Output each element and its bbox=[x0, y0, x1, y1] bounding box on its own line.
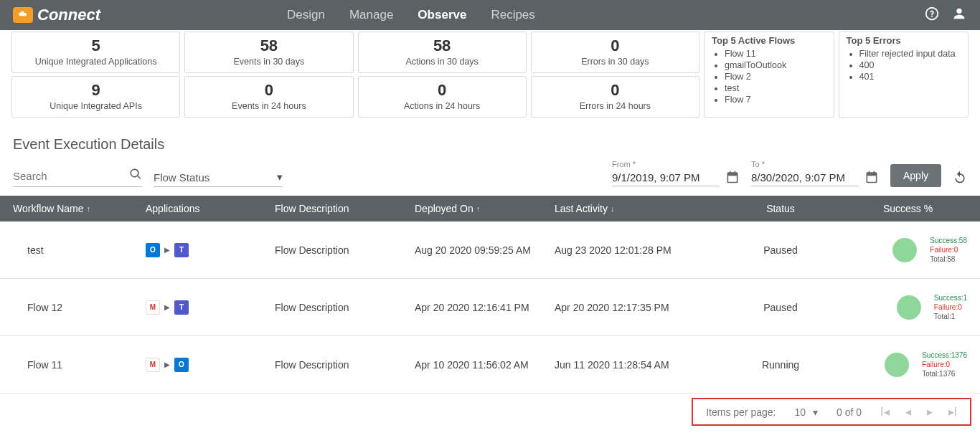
col-flow-description[interactable]: Flow Description bbox=[275, 203, 415, 214]
top5-error-item[interactable]: 401 bbox=[859, 72, 961, 82]
cell-status: Paused bbox=[712, 302, 849, 313]
calendar-icon[interactable] bbox=[864, 170, 879, 187]
gmail-icon: M bbox=[146, 300, 160, 315]
cell-applications: O▶T bbox=[146, 243, 275, 257]
search-icon[interactable] bbox=[129, 168, 142, 184]
flow-status-select[interactable]: Flow Status ▾ bbox=[154, 171, 283, 187]
help-icon[interactable] bbox=[924, 6, 940, 24]
stat-actions-30: 58Actions in 30 days bbox=[358, 32, 527, 73]
stat-errors-30: 0Errors in 30 days bbox=[531, 32, 699, 73]
top5-flow-item[interactable]: Flow 11 bbox=[725, 49, 826, 59]
stat-unique-apps: 5Unique Integrated Applications bbox=[11, 32, 180, 73]
outlook-icon: O bbox=[174, 358, 189, 372]
apply-button[interactable]: Apply bbox=[890, 164, 941, 187]
col-workflow-name[interactable]: Workflow Name↑ bbox=[13, 203, 146, 214]
cell-deployed-on: Apr 20 2020 12:16:41 PM bbox=[415, 302, 555, 313]
cell-success: Success:58Failure:0Total:58 bbox=[849, 236, 967, 264]
cell-deployed-on: Aug 20 2020 09:59:25 AM bbox=[415, 244, 555, 256]
table-row[interactable]: testO▶TFlow DescriptionAug 20 2020 09:59… bbox=[0, 221, 980, 279]
arrow-right-icon: ▶ bbox=[164, 246, 170, 254]
col-status[interactable]: Status bbox=[712, 203, 849, 214]
cell-workflow-name: test bbox=[13, 244, 146, 256]
page-next-icon[interactable]: ▸ bbox=[927, 405, 933, 419]
cell-workflow-name: Flow 12 bbox=[13, 302, 146, 313]
logo[interactable]: Connect bbox=[13, 6, 100, 24]
table-row[interactable]: Flow 12M▶TFlow DescriptionApr 20 2020 12… bbox=[0, 279, 980, 336]
nav-design[interactable]: Design bbox=[287, 8, 325, 22]
nav-manage[interactable]: Manage bbox=[349, 8, 393, 22]
teams-icon: T bbox=[174, 243, 189, 257]
stat-events-30: 58Events in 30 days bbox=[184, 32, 353, 73]
cell-success: Success:1Failure:0Total:1 bbox=[849, 293, 967, 321]
cell-flow-description: Flow Description bbox=[275, 302, 415, 313]
outlook-icon: O bbox=[146, 243, 160, 257]
items-per-page-select[interactable]: 10 ▾ bbox=[794, 406, 818, 418]
chevron-down-icon: ▾ bbox=[813, 406, 818, 418]
top5-flow-item[interactable]: gmailToOutlook bbox=[725, 60, 826, 70]
page-prev-icon[interactable]: ◂ bbox=[905, 405, 911, 419]
sort-desc-icon: ↓ bbox=[611, 204, 615, 213]
col-last-activity[interactable]: Last Activity↓ bbox=[555, 203, 712, 214]
from-label: From * bbox=[612, 160, 740, 168]
nav-recipes[interactable]: Recipes bbox=[491, 8, 534, 22]
nav-observe[interactable]: Observe bbox=[418, 8, 466, 22]
cell-success: Success:1376Failure:0Total:1376 bbox=[849, 351, 967, 378]
gmail-icon: M bbox=[146, 358, 160, 372]
top5-error-item[interactable]: Filter rejected input data bbox=[859, 49, 961, 59]
success-circle-icon bbox=[897, 295, 921, 320]
section-title: Event Execution Details bbox=[0, 118, 980, 160]
cell-deployed-on: Apr 10 2020 11:56:02 AM bbox=[415, 359, 555, 371]
cell-last-activity: Apr 20 2020 12:17:35 PM bbox=[555, 302, 712, 313]
search-input-wrap[interactable] bbox=[13, 168, 142, 187]
top5-error-item[interactable]: 400 bbox=[859, 60, 961, 70]
cell-flow-description: Flow Description bbox=[275, 244, 415, 256]
search-input[interactable] bbox=[13, 170, 129, 182]
success-circle-icon bbox=[885, 353, 909, 377]
cell-last-activity: Jun 11 2020 11:28:54 AM bbox=[555, 359, 712, 371]
from-date-input[interactable]: 9/1/2019, 9:07 PM bbox=[612, 171, 720, 186]
top5-errors: Top 5 Errors Filter rejected input data4… bbox=[839, 32, 969, 118]
arrow-right-icon: ▶ bbox=[164, 361, 170, 368]
table-row[interactable]: Flow 11M▶OFlow DescriptionApr 10 2020 11… bbox=[0, 336, 980, 394]
col-deployed-on[interactable]: Deployed On↑ bbox=[415, 203, 555, 214]
stat-errors-24: 0Errors in 24 hours bbox=[531, 76, 699, 118]
top5-flow-item[interactable]: test bbox=[725, 83, 826, 93]
success-stats: Success:1Failure:0Total:1 bbox=[934, 293, 967, 321]
top5-active-flows: Top 5 Active Flows Flow 11gmailToOutlook… bbox=[704, 32, 834, 118]
stat-events-24: 0Events in 24 hours bbox=[184, 76, 353, 118]
success-stats: Success:58Failure:0Total:58 bbox=[930, 236, 967, 264]
teams-icon: T bbox=[174, 300, 189, 315]
stat-unique-apis: 9Unique Integrated APIs bbox=[11, 76, 180, 118]
cell-status: Running bbox=[712, 359, 849, 371]
cell-applications: M▶T bbox=[146, 300, 275, 315]
sort-asc-icon: ↑ bbox=[476, 204, 481, 213]
top5-flow-item[interactable]: Flow 7 bbox=[725, 95, 826, 105]
cell-applications: M▶O bbox=[146, 358, 275, 372]
sort-asc-icon: ↑ bbox=[87, 204, 91, 213]
to-label: To * bbox=[751, 160, 879, 168]
cell-status: Paused bbox=[712, 244, 849, 256]
logo-text: Connect bbox=[37, 6, 100, 24]
page-range: 0 of 0 bbox=[837, 406, 862, 418]
items-per-page-label: Items per page: bbox=[706, 406, 776, 418]
to-date-input[interactable]: 8/30/2020, 9:07 PM bbox=[751, 171, 859, 186]
logo-badge-icon bbox=[13, 7, 33, 23]
page-first-icon[interactable]: I◂ bbox=[880, 405, 889, 419]
arrow-right-icon: ▶ bbox=[164, 303, 170, 311]
user-icon[interactable] bbox=[951, 6, 967, 24]
page-last-icon[interactable]: ▸I bbox=[948, 405, 957, 419]
success-circle-icon bbox=[892, 238, 917, 262]
pagination-bar: Items per page: 10 ▾ 0 of 0 I◂ ◂ ▸ ▸I bbox=[692, 398, 971, 426]
success-stats: Success:1376Failure:0Total:1376 bbox=[922, 351, 967, 378]
calendar-icon[interactable] bbox=[725, 170, 740, 187]
col-applications[interactable]: Applications bbox=[146, 203, 275, 214]
col-success-pct[interactable]: Success % bbox=[849, 203, 967, 214]
cell-workflow-name: Flow 11 bbox=[13, 359, 146, 371]
stat-actions-24: 0Actions in 24 hours bbox=[358, 76, 527, 118]
cell-last-activity: Aug 23 2020 12:01:28 PM bbox=[555, 244, 712, 256]
top5-flow-item[interactable]: Flow 2 bbox=[725, 72, 826, 82]
chevron-down-icon: ▾ bbox=[277, 171, 283, 184]
refresh-icon[interactable] bbox=[953, 170, 967, 187]
cell-flow-description: Flow Description bbox=[275, 359, 415, 371]
